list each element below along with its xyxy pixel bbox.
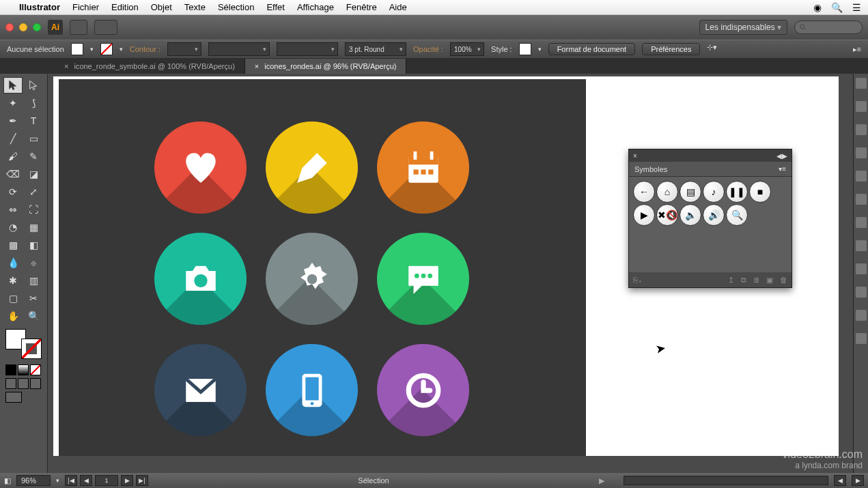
horizontal-scrollbar[interactable]: [624, 476, 828, 485]
scale-tool[interactable]: ⤢: [24, 184, 43, 200]
search-field[interactable]: [794, 20, 863, 34]
scroll-right-button[interactable]: ▶: [852, 475, 864, 486]
close-tab-icon[interactable]: ×: [255, 62, 259, 70]
preferences-button[interactable]: Préférences: [642, 43, 700, 55]
color-guide-panel-icon[interactable]: [856, 101, 867, 112]
brush-definition-field[interactable]: [208, 42, 270, 56]
pencil-tool[interactable]: ✎: [24, 148, 43, 164]
fill-swatch[interactable]: [71, 43, 83, 55]
symbol-item[interactable]: ■: [749, 181, 771, 203]
draw-normal-button[interactable]: [5, 378, 16, 389]
stroke-panel-icon[interactable]: [856, 194, 867, 205]
none-mode-button[interactable]: [30, 364, 41, 375]
rectangle-tool[interactable]: ▭: [24, 130, 43, 147]
menu-aide[interactable]: Aide: [389, 2, 407, 12]
symbol-item[interactable]: 🔈: [680, 204, 701, 226]
lasso-tool[interactable]: ⟆: [24, 95, 43, 111]
artwork-calendar-icon[interactable]: [377, 121, 469, 214]
gradient-mode-button[interactable]: [18, 364, 29, 375]
color-panel-icon[interactable]: [856, 78, 867, 89]
next-artboard-button[interactable]: ▶: [121, 475, 133, 486]
symbol-item[interactable]: 🔍: [726, 204, 748, 226]
graphic-styles-panel-icon[interactable]: [856, 287, 867, 298]
window-zoom-button[interactable]: [33, 23, 41, 31]
rotate-tool[interactable]: ⟳: [3, 184, 23, 200]
selection-tool[interactable]: [3, 77, 23, 94]
symbols-panel-icon[interactable]: [856, 171, 867, 182]
menu-texte[interactable]: Texte: [184, 2, 206, 12]
last-artboard-button[interactable]: ▶|: [136, 475, 148, 486]
close-tab-icon[interactable]: ×: [64, 62, 68, 70]
artboards-panel-icon[interactable]: [856, 333, 867, 344]
menu-fenetre[interactable]: Fenêtre: [346, 2, 377, 12]
screen-mode-button[interactable]: [5, 392, 22, 403]
mesh-tool[interactable]: ▩: [3, 237, 23, 253]
app-menu[interactable]: Illustrator: [19, 2, 60, 12]
place-symbol-icon[interactable]: ↥: [728, 276, 734, 285]
symbol-options-icon[interactable]: ≣: [753, 276, 759, 285]
artwork-heart-icon[interactable]: [154, 121, 247, 214]
eraser-tool[interactable]: ◪: [24, 166, 43, 182]
layers-panel-icon[interactable]: [856, 310, 867, 321]
stroke-box[interactable]: [21, 339, 42, 359]
graph-tool[interactable]: ▥: [24, 272, 43, 289]
magic-wand-tool[interactable]: ✦: [3, 95, 23, 111]
stroke-profile-field[interactable]: 3 pt. Round: [345, 42, 406, 56]
panel-title[interactable]: Symboles: [634, 165, 667, 173]
artwork-camera-icon[interactable]: [154, 233, 247, 325]
artwork-mail-icon[interactable]: [154, 344, 247, 436]
eyedropper-tool[interactable]: 💧: [3, 255, 23, 271]
bridge-button[interactable]: [70, 20, 87, 35]
symbol-item[interactable]: ✖🔇: [656, 204, 678, 226]
workspace-switcher[interactable]: Les indispensables ▾: [699, 20, 787, 35]
stroke-weight-field[interactable]: [167, 42, 201, 56]
artwork-gear-icon[interactable]: [266, 233, 358, 325]
opacity-field[interactable]: 100%: [450, 42, 484, 56]
artwork-chat-icon[interactable]: [377, 233, 469, 325]
symbol-item[interactable]: ❚❚: [726, 181, 748, 203]
prev-artboard-button[interactable]: ◀: [80, 475, 92, 486]
menu-effet[interactable]: Effet: [266, 2, 285, 12]
color-mode-button[interactable]: [5, 364, 16, 375]
direct-selection-tool[interactable]: [24, 77, 43, 94]
draw-inside-button[interactable]: [30, 378, 41, 389]
first-artboard-button[interactable]: |◀: [65, 475, 77, 486]
symbol-item[interactable]: ⌂: [656, 181, 678, 203]
status-popup-icon[interactable]: ▶: [599, 476, 604, 485]
close-panel-icon[interactable]: ×: [633, 152, 637, 160]
menu-affichage[interactable]: Affichage: [297, 2, 334, 12]
status-menu-icon[interactable]: ◧: [4, 476, 11, 485]
brushes-panel-icon[interactable]: [856, 147, 867, 158]
collapse-panel-icon[interactable]: ◀▶: [776, 152, 787, 160]
gradient-panel-icon[interactable]: [856, 217, 867, 228]
fill-stroke-control[interactable]: [5, 329, 42, 359]
type-tool[interactable]: T: [24, 113, 43, 129]
menu-fichier[interactable]: Fichier: [72, 2, 99, 12]
control-menu-icon[interactable]: ▸≡: [853, 45, 861, 54]
zoom-tool[interactable]: 🔍: [24, 308, 43, 324]
symbol-item[interactable]: 🔊: [703, 204, 725, 226]
menu-selection[interactable]: Sélection: [218, 2, 254, 12]
window-minimize-button[interactable]: [19, 23, 27, 31]
panel-flyout-menu-icon[interactable]: ▾≡: [779, 165, 786, 173]
symbol-item[interactable]: ▶: [633, 204, 655, 226]
draw-behind-button[interactable]: [18, 378, 29, 389]
style-swatch[interactable]: [519, 43, 531, 55]
artwork-clock-icon[interactable]: [377, 344, 469, 436]
window-close-button[interactable]: [5, 23, 14, 31]
symbol-item[interactable]: ▤: [680, 181, 701, 203]
paintbrush-tool[interactable]: 🖌: [3, 148, 23, 164]
spotlight-icon[interactable]: 🔍: [831, 2, 843, 13]
swatches-panel-icon[interactable]: [856, 124, 867, 135]
creative-cloud-icon[interactable]: ◉: [813, 2, 822, 13]
symbol-sprayer-tool[interactable]: ✱: [3, 272, 23, 289]
stroke-swatch[interactable]: [100, 43, 113, 55]
symbol-item[interactable]: ♪: [703, 181, 725, 203]
artboard-number-field[interactable]: 1: [95, 475, 118, 486]
document-tab-1[interactable]: × icone_ronde_symbole.ai @ 100% (RVB/Ape…: [55, 59, 245, 74]
transform-proxy-icon[interactable]: ⊹▾: [707, 43, 720, 55]
artwork-pencil-icon[interactable]: [266, 121, 358, 214]
delete-symbol-icon[interactable]: 🗑: [780, 276, 787, 285]
document-tab-2[interactable]: × icones_rondes.ai @ 96% (RVB/Aperçu): [245, 59, 407, 74]
pen-tool[interactable]: ✒: [3, 113, 23, 129]
